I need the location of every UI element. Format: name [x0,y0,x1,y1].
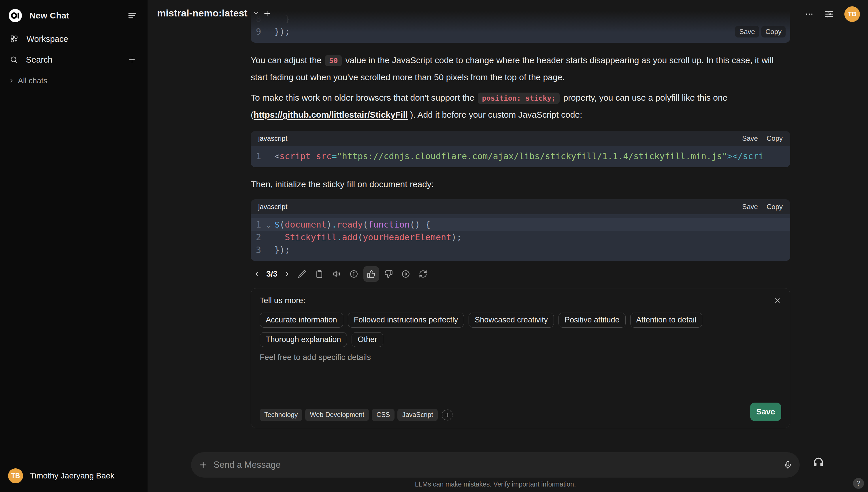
code-line: 1⌄$(document).ready(function() { [251,218,790,231]
good-response-button[interactable] [363,266,379,282]
code-line: 1<script src="https://cdnjs.cloudflare.c… [251,150,790,163]
sidebar-item-all-chats[interactable]: All chats [9,76,136,86]
code-block-init: javascript Save Copy 1⌄$(document).ready… [251,199,790,261]
copy-button[interactable] [312,266,327,282]
new-chat-label: New Chat [29,11,69,21]
code-copy-button[interactable]: Copy [767,203,783,211]
continue-response-button[interactable] [398,266,414,282]
sliders-icon [824,9,834,19]
info-button[interactable] [346,266,362,282]
microphone-icon [784,461,792,469]
inline-code: 50 [325,55,342,66]
code-save-button[interactable]: Save [742,203,758,211]
sidebar-item-label: Search [26,55,52,65]
next-message-button[interactable] [282,269,292,279]
message-text: Then, initialize the sticky fill on docu… [251,179,434,189]
plus-icon [263,9,271,18]
user-avatar: TB [8,468,23,483]
prev-message-button[interactable] [251,269,262,279]
message-actions: 3/3 [251,266,790,282]
disclaimer-text: LLMs can make mistakes. Verify important… [191,481,800,488]
edit-button[interactable] [294,266,310,282]
call-button[interactable] [813,456,824,468]
chat-main: Save Copy 8 }9}); You can adjust the 50 … [148,0,868,492]
plus-icon [199,460,208,469]
read-aloud-button[interactable] [329,266,344,282]
feedback-reason-chip[interactable]: Positive attitude [558,313,626,328]
model-name: mistral-nemo:latest [157,7,247,19]
pencil-icon [298,270,306,278]
code-block-header: javascript Save Copy [251,199,790,214]
plus-icon [444,412,450,418]
code-area: 1<script src="https://cdnjs.cloudflare.c… [251,146,790,167]
feedback-title: Tell us more: [260,296,306,305]
feedback-close-button[interactable] [773,296,781,304]
profile-avatar[interactable]: TB [844,6,860,22]
message-paragraph: Then, initialize the sticky fill on docu… [251,176,790,192]
feedback-reasons: Accurate informationFollowed instruction… [260,313,781,347]
info-icon [349,270,358,278]
feedback-reason-chip[interactable]: Other [351,332,383,347]
regenerate-button[interactable] [415,266,431,282]
feedback-reason-chip[interactable]: Showcased creativity [469,313,554,328]
inline-code: position: sticky; [478,93,560,104]
code-block-polyfill: javascript Save Copy 1<script src="https… [251,131,790,167]
new-chat-button[interactable]: New Chat [9,9,69,22]
chevron-right-icon [283,270,291,278]
sidebar-item-search[interactable]: Search [10,54,136,66]
save-feedback-button[interactable]: Save [750,402,781,421]
message-input-bar [191,452,800,477]
plus-icon [128,56,136,64]
attach-button[interactable] [199,460,208,469]
speaker-icon [332,270,341,278]
code-area: 1⌄$(document).ready(function() {2 Sticky… [251,214,790,261]
message-paragraph: You can adjust the 50 value in the JavaS… [251,52,790,85]
app-logo-icon [9,9,22,22]
clipboard-icon [315,270,324,278]
new-chat-plus-button[interactable] [263,9,271,18]
message-paragraph: To make this work on older browsers that… [251,90,790,123]
feedback-reason-chip[interactable]: Attention to detail [630,313,703,328]
code-line: 3}); [251,244,790,256]
tag-pill[interactable]: Technology [260,409,302,421]
sidebar-item-workspace[interactable]: Workspace [10,33,136,45]
top-bar: mistral-nemo:latest TB [148,0,868,34]
thumbs-down-icon [384,270,393,278]
chat-more-button[interactable] [805,9,814,19]
message-text: To make this work on older browsers that… [251,93,477,102]
feedback-reason-chip[interactable]: Accurate information [260,313,343,328]
feedback-details-input[interactable] [260,353,781,402]
message-input[interactable] [214,460,784,470]
message-counter: 3/3 [266,269,278,278]
tag-pill[interactable]: CSS [372,409,395,421]
tag-pill[interactable]: Web Development [305,409,369,421]
add-tag-button[interactable] [442,410,453,420]
feedback-reason-chip[interactable]: Thorough explanation [260,332,347,347]
code-copy-button[interactable]: Copy [767,134,783,143]
code-save-button[interactable]: Save [742,134,758,143]
stickyfill-link[interactable]: https://github.com/littlestair/StickyFil… [254,110,408,119]
search-icon [10,56,18,64]
model-selector[interactable]: mistral-nemo:latest [157,7,260,19]
chat-controls-button[interactable] [824,9,834,19]
all-chats-label: All chats [18,76,47,85]
chat-message-content: Save Copy 8 }9}); You can adjust the 50 … [251,0,790,428]
feedback-reason-chip[interactable]: Followed instructions perfectly [348,313,464,328]
bad-response-button[interactable] [381,266,396,282]
thumbs-up-icon [367,270,375,278]
tag-pill[interactable]: JavaScript [397,409,438,421]
feedback-panel: Tell us more: Accurate informationFollow… [251,288,790,428]
sidebar-plus-button[interactable] [128,56,136,64]
sidebar-toggle-icon [127,11,137,21]
workspace-icon [10,34,19,43]
voice-input-button[interactable] [784,461,792,469]
chevron-down-icon [252,9,260,17]
user-menu-button[interactable]: TB Timothy Jaeryang Baek [8,468,114,483]
sidebar-toggle-button[interactable] [127,11,137,21]
sidebar: New Chat Workspace Search [0,0,148,492]
chevron-left-icon [253,270,261,278]
play-circle-icon [401,270,410,278]
help-button[interactable]: ? [853,478,864,489]
chevron-right-icon [9,78,15,84]
code-language-label: javascript [258,203,287,211]
